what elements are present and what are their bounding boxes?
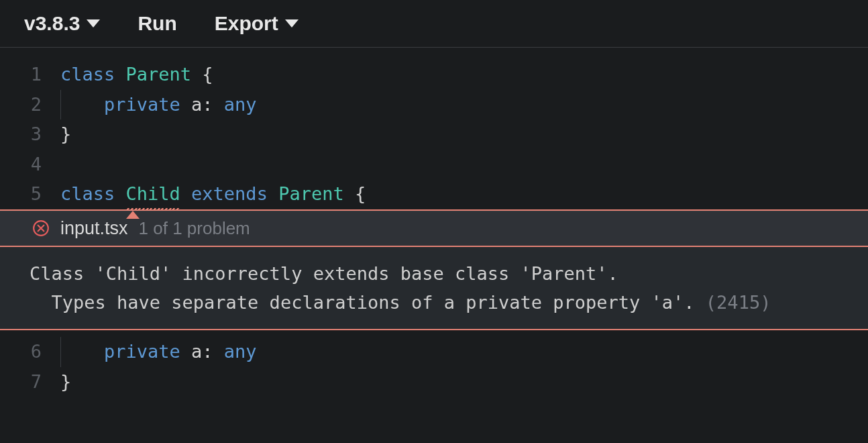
token-type: any	[224, 94, 257, 115]
token-space	[60, 94, 104, 115]
token-modifier: private	[104, 341, 180, 362]
line-number: 7	[0, 367, 60, 397]
code-line: 3 }	[0, 119, 868, 150]
error-pointer-icon	[126, 211, 140, 219]
line-number: 6	[0, 337, 60, 367]
code-editor[interactable]: 6 private a: any 7 }	[0, 330, 868, 397]
code-content[interactable]: private a: any	[60, 90, 868, 120]
token-class-name: Parent	[126, 64, 192, 85]
export-label: Export	[215, 12, 278, 35]
code-line: 7 }	[0, 367, 868, 397]
error-line-1: Class 'Child' incorrectly extends base c…	[30, 263, 618, 284]
error-underline: Child	[126, 179, 180, 209]
code-line: 4	[0, 150, 868, 180]
token-keyword: class	[60, 183, 115, 204]
error-circle-icon	[32, 219, 50, 237]
run-button[interactable]: Run	[138, 12, 176, 35]
code-editor[interactable]: 1 class Parent { 2 private a: any 3 } 4 …	[0, 48, 868, 209]
code-line: 6 private a: any	[0, 337, 868, 367]
error-message: Class 'Child' incorrectly extends base c…	[0, 247, 868, 329]
line-number: 3	[0, 119, 60, 150]
code-content[interactable]: class Child extends Parent {	[60, 179, 868, 209]
token-punct: :	[202, 94, 224, 115]
version-dropdown[interactable]: v3.8.3	[24, 12, 100, 35]
error-filename: input.tsx	[60, 218, 128, 239]
code-line: 1 class Parent {	[0, 60, 868, 90]
code-content[interactable]: }	[60, 119, 868, 150]
token-class-name: Child	[126, 183, 180, 204]
token-class-name: Parent	[278, 183, 344, 204]
line-number: 1	[0, 60, 60, 90]
run-label: Run	[138, 12, 176, 35]
token-punct: :	[202, 341, 224, 362]
code-content[interactable]: class Parent {	[60, 60, 868, 90]
code-content[interactable]: }	[60, 367, 868, 397]
token-punct: {	[344, 183, 366, 204]
code-content[interactable]: private a: any	[60, 337, 868, 367]
line-number: 4	[0, 150, 60, 180]
indent-guide	[60, 90, 61, 120]
error-line-2: Types have separate declarations of a pr…	[52, 292, 695, 313]
token-punct: }	[60, 371, 71, 392]
token-ident: a	[180, 341, 203, 362]
code-line: 5 class Child extends Parent {	[0, 179, 868, 209]
token-ident: a	[180, 94, 203, 115]
token-space	[60, 341, 104, 362]
token-punct: {	[191, 64, 213, 85]
code-line: 2 private a: any	[0, 90, 868, 120]
error-code: (2415)	[706, 292, 771, 313]
indent-guide	[60, 337, 61, 367]
chevron-down-icon	[87, 19, 100, 28]
export-dropdown[interactable]: Export	[215, 12, 299, 35]
token-modifier: private	[104, 94, 180, 115]
token-keyword: class	[60, 64, 115, 85]
chevron-down-icon	[285, 19, 299, 28]
error-pad	[30, 292, 52, 313]
line-number: 5	[0, 179, 60, 209]
line-number: 2	[0, 90, 60, 120]
version-label: v3.8.3	[24, 12, 80, 35]
error-count: 1 of 1 problem	[139, 218, 250, 239]
toolbar: v3.8.3 Run Export	[0, 0, 868, 48]
token-type: any	[224, 341, 257, 362]
token-punct: }	[60, 124, 71, 144]
token-keyword: extends	[191, 183, 268, 204]
